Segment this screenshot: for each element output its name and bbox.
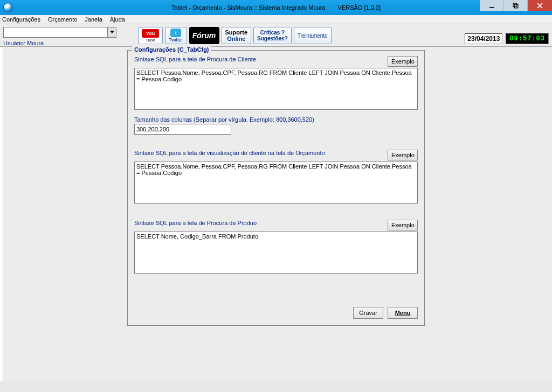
gravar-button[interactable]: Gravar (353, 307, 383, 319)
menu-configuracoes[interactable]: Configurações (2, 16, 40, 23)
toolbar: Usuário: Moura You Tube t Twitter Fórum … (0, 24, 552, 47)
menu-ajuda[interactable]: Ajuda (110, 16, 125, 23)
window-titlebar: Tablet - Orçamento - SisMoura :: Sistema… (0, 0, 552, 15)
minimize-button[interactable] (480, 0, 503, 11)
svg-rect-2 (514, 4, 518, 8)
window-title: Tablet - Orçamento - SisMoura :: Sistema… (171, 4, 381, 11)
date-display: 23/04/2013 (465, 33, 502, 44)
user-combo[interactable] (3, 27, 116, 38)
forum-button[interactable]: Fórum (189, 27, 219, 44)
twitter-button[interactable]: t Twitter (165, 27, 187, 44)
colunas-label: Tamanho das colunas (Separar por vírgula… (134, 116, 418, 123)
sql-visualizacao-input[interactable] (134, 162, 418, 204)
maximize-button[interactable] (503, 0, 527, 11)
chevron-down-icon[interactable] (107, 27, 116, 37)
menu-button[interactable]: Menu (388, 307, 418, 319)
left-strip (0, 47, 3, 381)
menubar: Configurações Orçamento Janela Ajuda (0, 15, 552, 24)
youtube-icon: You (142, 29, 159, 38)
work-area: Configurações (C_TabCfg) Exemplo Sintaxe… (0, 47, 552, 381)
colunas-input[interactable] (134, 124, 231, 135)
youtube-button[interactable]: You Tube (138, 27, 163, 44)
menu-janela[interactable]: Janela (85, 16, 102, 23)
twitter-icon: t (170, 29, 181, 37)
treinamento-button[interactable]: Treinamento (294, 27, 332, 44)
exemplo-button-1[interactable]: Exemplo (388, 56, 418, 67)
svg-marker-5 (110, 31, 114, 33)
sql-cliente-label: Sintaxe SQL para a tela de Procura de Cl… (134, 56, 418, 62)
svg-rect-1 (513, 3, 517, 7)
close-button[interactable] (527, 0, 552, 11)
criticas-button[interactable]: Críticas ? Sugestões? (253, 27, 292, 44)
panel-legend: Configurações (C_TabCfg) (132, 46, 211, 53)
menu-orcamento[interactable]: Orçamento (48, 16, 77, 23)
sql-produto-input[interactable] (134, 232, 418, 274)
title-main: Tablet - Orçamento - SisMoura :: Sistema… (171, 4, 326, 11)
user-label: Usuário: Moura (3, 40, 116, 46)
sql-produto-label: Sintaxe SQL para a tela de Procura de Pr… (134, 220, 418, 226)
clock-display: 09:57:03 (506, 33, 549, 44)
exemplo-button-3[interactable]: Exemplo (388, 220, 418, 230)
app-icon (3, 3, 13, 12)
exemplo-button-2[interactable]: Exemplo (388, 150, 418, 160)
sql-cliente-input[interactable] (134, 68, 418, 110)
sql-visualizacao-label: Sintaxe SQL para a tela de visualização … (134, 150, 418, 156)
title-version: VERSÃO [1.0.0] (338, 4, 381, 11)
config-panel: Configurações (C_TabCfg) Exemplo Sintaxe… (127, 50, 425, 326)
suporte-button[interactable]: Suporte Online (222, 27, 252, 44)
